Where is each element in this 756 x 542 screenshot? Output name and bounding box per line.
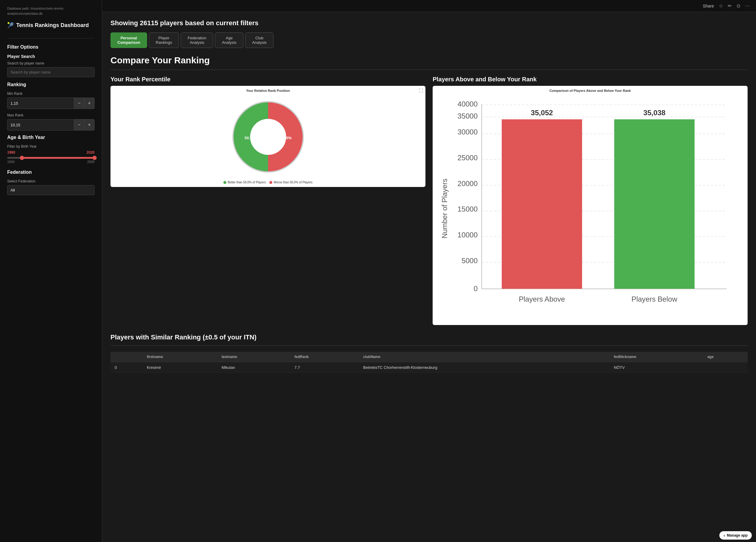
showing-text: Showing 26115 players based on current f… [110,19,748,27]
pie-chart-svg: 50.0% 50.0% [226,95,310,179]
svg-text:35,052: 35,052 [531,109,553,117]
svg-text:Players Above: Players Above [519,295,565,303]
fullscreen-icon[interactable]: ⛶ [419,88,423,93]
birth-min-label: 1990 [7,150,15,155]
edit-icon[interactable]: ✏ [728,3,732,9]
svg-text:10000: 10000 [458,231,478,239]
svg-text:35000: 35000 [458,112,478,120]
filter-options-title: Filter Options [7,44,95,50]
birth-range-min: 1933 [7,160,14,164]
manage-app-button[interactable]: ‹ Manage app [719,531,752,540]
main-content: Share ☆ ✏ ⊙ ⋯ Showing 26115 players base… [102,0,756,542]
svg-text:0: 0 [473,284,477,292]
min-rank-increment[interactable]: + [84,98,94,109]
db-path: Database path: /mount/src/oetv-tennis-an… [7,6,95,16]
pie-container: 50.0% 50.0% Better than 50.0% of Players… [113,95,422,184]
birth-year-slider-container: 1990 2020 1933 2020 [7,150,95,164]
select-federation-label: Select Federation [7,179,95,183]
bar-chart-wrap: Number of Players 0 5000 10000 15000 [436,95,745,322]
cell-fedrank: 7.7 [290,362,359,373]
tab-club-analysis[interactable]: ClubAnalysis [245,32,274,48]
svg-text:35,038: 35,038 [643,109,666,117]
max-rank-group: Max Rank 10,15 − + [7,113,95,131]
percentile-chart-box: ⛶ Your Relative Rank Position [110,86,425,187]
charts-grid: Your Rank Percentile ⛶ Your Relative Ran… [110,76,748,325]
tab-age-analysis[interactable]: AgeAnalysis [215,32,243,48]
similar-divider [110,345,748,346]
manage-app-arrow: ‹ [724,533,725,538]
pie-legend: Better than 50.0% of Players Worse than … [223,181,313,184]
tabs-container: PersonalComparison PlayerRankings Federa… [110,32,748,48]
filter-birth-label: Filter by Birth Year [7,144,95,149]
search-label: Search by player name [7,61,95,65]
bar-below [614,120,695,289]
svg-text:50.0%: 50.0% [244,136,256,140]
similar-ranking-section: Players with Similar Ranking (±0.5 of yo… [110,333,748,373]
max-rank-decrement[interactable]: − [74,120,84,130]
svg-text:Players Below: Players Below [631,295,677,303]
birth-max-label: 2020 [86,150,95,155]
min-rank-decrement[interactable]: − [74,98,84,109]
col-idx [110,352,143,362]
pie-chart-title: Your Relative Rank Position [113,89,422,92]
col-clubname: clubName [359,352,609,362]
slider-range-labels: 1933 2020 [7,160,95,164]
tab-federation-analysis[interactable]: FederationAnalysis [181,32,213,48]
legend-worse: Worse than 50.0% of Players [269,181,312,184]
cell-age [703,362,748,373]
legend-worse-label: Worse than 50.0% of Players [274,181,312,184]
col-firstname: firstname [143,352,217,362]
table-head: firstname lastname fedRank clubName fedN… [110,352,748,362]
page-title: Compare Your Ranking [110,55,748,65]
sidebar-divider [7,38,95,38]
ranking-title: Ranking [7,82,95,87]
top-bar: Share ☆ ✏ ⊙ ⋯ [102,0,756,12]
percentile-section: Your Rank Percentile ⛶ Your Relative Ran… [110,76,425,325]
svg-text:20000: 20000 [458,180,478,188]
slider-track [7,157,95,159]
slider-thumb-left[interactable] [20,156,24,160]
above-below-section: Players Above and Below Your Rank Compar… [433,76,748,325]
svg-text:15000: 15000 [458,205,478,213]
sidebar: Database path: /mount/src/oetv-tennis-an… [0,0,102,542]
max-rank-increment[interactable]: + [84,120,94,130]
min-rank-label: Min Rank [7,92,95,96]
col-age: age [703,352,748,362]
svg-text:25000: 25000 [458,154,478,162]
manage-app-label: Manage app [727,533,748,537]
min-rank-stepper: 1,15 − + [7,98,95,109]
bar-above [502,120,582,289]
more-icon[interactable]: ⋯ [745,3,750,9]
github-icon[interactable]: ⊙ [736,3,740,9]
slider-thumb-right[interactable] [92,156,97,160]
birth-range-max: 2020 [87,160,95,164]
title-divider [110,70,748,70]
manage-app-bar: ‹ Manage app [715,529,756,542]
app-title: 🎾 Tennis Rankings Dashboard [7,22,95,29]
slider-fill [22,157,95,159]
table-wrap: firstname lastname fedRank clubName fedN… [110,352,748,373]
tab-personal-comparison[interactable]: PersonalComparison [110,32,147,48]
col-fedrank: fedRank [290,352,359,362]
cell-idx: 0 [110,362,143,373]
player-search-subtitle: Player Search [7,54,95,59]
min-rank-value: 1,15 [8,99,74,108]
star-icon[interactable]: ☆ [719,3,723,9]
age-birth-title: Age & Birth Year [7,135,95,140]
bar-chart-title: Comparison of Players Above and Below Yo… [436,89,745,92]
cell-fednickname: NÖTV [609,362,703,373]
tab-player-rankings[interactable]: PlayerRankings [149,32,179,48]
tennis-emoji: 🎾 [7,22,14,29]
search-input[interactable] [7,67,95,77]
similar-players-table: firstname lastname fedRank clubName fedN… [110,352,748,373]
slider-value-labels: 1990 2020 [7,150,95,155]
share-button[interactable]: Share [703,4,714,8]
max-rank-label: Max Rank [7,113,95,117]
bar-chart-svg: Number of Players 0 5000 10000 15000 [437,96,743,321]
similar-ranking-title: Players with Similar Ranking (±0.5 of yo… [110,333,748,341]
svg-text:5000: 5000 [461,257,478,265]
svg-text:40000: 40000 [458,100,478,108]
percentile-title: Your Rank Percentile [110,76,425,83]
cell-firstname: Kresimir [143,362,217,373]
federation-select[interactable]: All [7,185,95,195]
